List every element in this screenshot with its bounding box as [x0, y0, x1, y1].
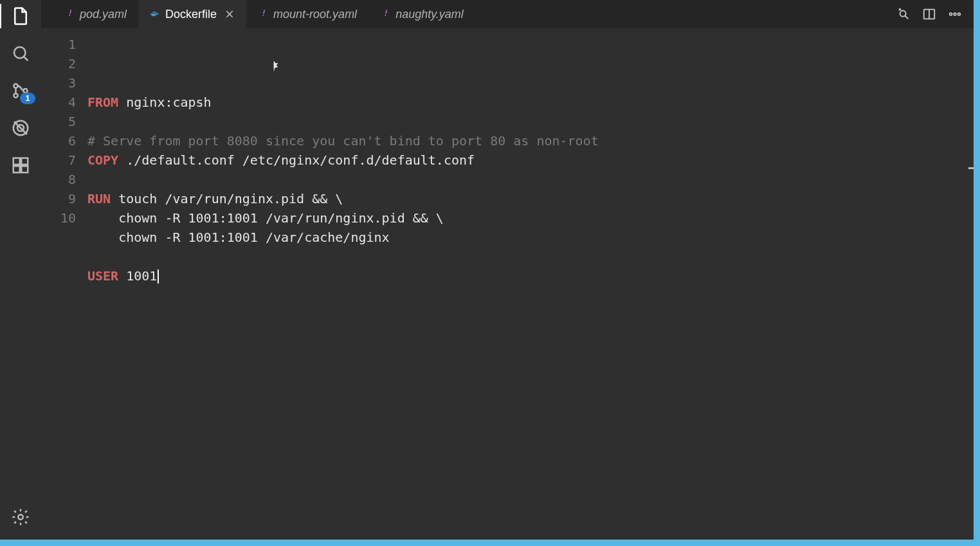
line-number-gutter: 12345678910 — [41, 28, 87, 540]
vscode-window: 1 !pod.yamlDockerfile!mount-root.yaml!na… — [0, 0, 974, 540]
svg-rect-17 — [153, 12, 154, 13]
line-number: 2 — [41, 54, 76, 73]
code-text: chown -R 1001:1001 /var/cache/nginx — [87, 230, 390, 245]
more-actions-icon[interactable] — [948, 7, 962, 21]
minimap[interactable] — [970, 28, 974, 540]
yaml-icon: ! — [380, 9, 390, 19]
svg-rect-11 — [21, 166, 28, 172]
code-text: 1001 — [118, 268, 157, 284]
dockerfile-keyword: FROM — [87, 95, 118, 110]
svg-point-31 — [958, 13, 961, 15]
tab-naughty-yaml[interactable]: !naughty.yaml — [368, 0, 475, 28]
debug-icon[interactable] — [10, 117, 32, 139]
svg-rect-10 — [14, 166, 20, 172]
svg-text:!: ! — [383, 9, 388, 18]
code-text: nginx:capsh — [118, 95, 212, 110]
code-line[interactable] — [87, 170, 970, 189]
code-line[interactable]: chown -R 1001:1001 /var/run/nginx.pid &&… — [87, 208, 970, 228]
line-number: 6 — [41, 131, 76, 150]
yaml-icon: ! — [258, 9, 268, 19]
explorer-icon[interactable] — [10, 5, 32, 27]
line-number: 8 — [41, 170, 76, 189]
code-line[interactable]: COPY ./default.conf /etc/nginx/conf.d/de… — [87, 150, 970, 170]
svg-point-30 — [954, 13, 956, 15]
compare-changes-icon[interactable] — [896, 7, 911, 21]
svg-rect-18 — [154, 12, 156, 13]
tab-mount-root-yaml[interactable]: !mount-root.yaml — [246, 0, 368, 28]
line-number: 5 — [41, 112, 76, 131]
svg-point-29 — [950, 13, 952, 15]
svg-rect-8 — [14, 158, 20, 165]
code-editor[interactable]: 12345678910 FROM nginx:capsh# Serve from… — [41, 28, 974, 540]
svg-point-0 — [14, 47, 26, 59]
scm-badge: 1 — [20, 93, 35, 104]
dockerfile-keyword: COPY — [87, 152, 118, 168]
svg-point-2 — [14, 84, 17, 87]
main-panel: !pod.yamlDockerfile!mount-root.yaml!naug… — [41, 0, 974, 540]
source-control-icon[interactable]: 1 — [10, 80, 32, 102]
tab-dockerfile[interactable]: Dockerfile — [138, 0, 246, 28]
code-comment: # Serve from port 8080 since you can't b… — [87, 133, 599, 149]
svg-point-3 — [14, 93, 17, 97]
code-line[interactable] — [87, 247, 970, 266]
code-line[interactable]: USER 1001 — [87, 266, 970, 286]
mouse-cursor-icon — [193, 40, 204, 54]
dockerfile-keyword: RUN — [87, 191, 111, 206]
line-number: 4 — [41, 93, 76, 112]
svg-rect-9 — [21, 158, 28, 165]
line-number: 3 — [41, 73, 76, 93]
tab-label: mount-root.yaml — [273, 8, 357, 21]
line-number: 9 — [41, 189, 76, 208]
svg-line-24 — [905, 16, 909, 19]
code-line[interactable] — [87, 112, 970, 131]
code-line[interactable]: RUN touch /var/run/nginx.pid && \ — [87, 189, 970, 208]
code-content[interactable]: FROM nginx:capsh# Serve from port 8080 s… — [87, 28, 970, 540]
settings-gear-icon[interactable] — [10, 506, 32, 528]
text-caret — [158, 269, 159, 284]
tab-pod-yaml[interactable]: !pod.yaml — [53, 0, 138, 28]
tab-label: Dockerfile — [165, 8, 217, 21]
svg-text:!: ! — [260, 9, 266, 18]
split-editor-icon[interactable] — [922, 7, 936, 21]
line-number: 1 — [41, 35, 76, 54]
yaml-icon: ! — [64, 9, 75, 19]
code-line[interactable]: chown -R 1001:1001 /var/cache/nginx — [87, 228, 970, 247]
search-icon[interactable] — [10, 42, 32, 64]
dockerfile-keyword: USER — [87, 268, 118, 284]
line-number: 7 — [41, 150, 76, 170]
svg-point-12 — [18, 514, 23, 520]
line-number: 10 — [41, 208, 76, 228]
docker-icon — [150, 9, 160, 19]
svg-text:!: ! — [67, 9, 72, 18]
editor-tab-bar: !pod.yamlDockerfile!mount-root.yaml!naug… — [41, 0, 974, 28]
editor-actions — [896, 0, 974, 28]
activity-bar: 1 — [0, 0, 41, 540]
code-text: chown -R 1001:1001 /var/run/nginx.pid &&… — [87, 210, 444, 226]
tab-label: naughty.yaml — [395, 8, 464, 21]
code-line[interactable]: FROM nginx:capsh — [87, 93, 970, 112]
code-line[interactable]: # Serve from port 8080 since you can't b… — [87, 131, 970, 150]
tab-close-icon[interactable] — [224, 9, 235, 19]
code-text: touch /var/run/nginx.pid && \ — [111, 191, 343, 206]
tab-label: pod.yaml — [80, 8, 127, 21]
extensions-icon[interactable] — [10, 154, 32, 176]
svg-line-7 — [14, 122, 27, 134]
svg-point-23 — [900, 11, 906, 17]
code-text: ./default.conf /etc/nginx/conf.d/default… — [118, 152, 475, 168]
svg-line-1 — [24, 57, 28, 61]
